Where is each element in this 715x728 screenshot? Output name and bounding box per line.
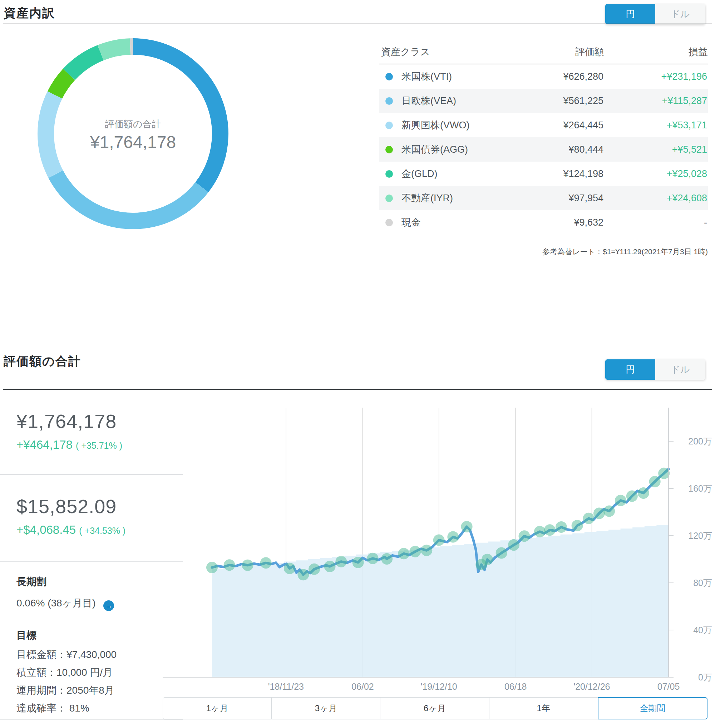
asset-color-dot-icon: [385, 219, 393, 227]
gain-pct-usd: ( +34.53% ): [79, 526, 125, 536]
choki-value: 0.06% (38ヶ月目): [17, 598, 96, 609]
asset-name: 現金: [401, 216, 421, 229]
table-row: 日欧株(VEA)¥561,225+¥115,287: [379, 89, 708, 113]
yen-toggle-button-2[interactable]: 円: [605, 359, 655, 380]
deposit-dot: [519, 530, 530, 542]
deposit-dot: [649, 476, 661, 487]
exchange-rate-note: 参考為替レート：$1=¥111.29(2021年7月3日 1時): [379, 247, 708, 257]
donut-center-value: ¥1,764,178: [90, 133, 176, 152]
asset-gain-cell: +¥53,171: [603, 120, 707, 131]
deposit-dot: [309, 563, 320, 575]
asset-value-cell: ¥561,225: [486, 95, 603, 107]
table-row: 米国株(VTI)¥626,280+¥231,196: [379, 64, 708, 89]
period-button-1ヶ月[interactable]: 1ヶ月: [163, 697, 272, 719]
asset-allocation-donut-chart: 評価額の合計 ¥1,764,178: [36, 37, 229, 230]
x-tick-label: '20/12/26: [573, 681, 610, 692]
header-gain: 損益: [604, 45, 708, 58]
goal-monthly-deposit: 積立額：10,000 円/月: [17, 666, 113, 680]
dashboard-page: 資産内訳 円 ドル 評価額の合計 ¥1,764,178 資産クラス 評価額 損益…: [0, 0, 715, 728]
deposit-dot: [433, 535, 445, 546]
period-button-6ヶ月[interactable]: 6ヶ月: [380, 697, 489, 719]
asset-name: 新興国株(VWO): [401, 119, 469, 131]
asset-label-cell: 現金: [379, 216, 486, 229]
deposit-dot: [603, 505, 615, 517]
deposit-dot: [447, 531, 459, 543]
asset-label-cell: 米国債券(AGG): [379, 143, 486, 156]
deposit-dot: [353, 557, 364, 568]
deposit-dot: [284, 563, 295, 574]
deposit-dot: [297, 569, 309, 580]
portfolio-value-chart: 0万40万80万120万160万200万'18/11/2306/02'19/12…: [157, 395, 715, 692]
goal-title: 目標: [17, 628, 36, 642]
deposit-dot: [409, 546, 421, 557]
deposit-dot: [206, 562, 218, 573]
period-button-3ヶ月[interactable]: 3ヶ月: [272, 697, 380, 719]
deposit-dot: [335, 556, 347, 568]
asset-gain-cell: +¥24,608: [603, 193, 707, 204]
deposit-dot: [658, 468, 670, 479]
deposit-dot: [544, 524, 555, 536]
period-button-1年[interactable]: 1年: [489, 697, 598, 719]
panel-divider-2: [0, 561, 183, 562]
y-tick-label: 40万: [693, 625, 712, 635]
table-row: 現金¥9,632-: [379, 210, 708, 234]
gain-amount-yen: +¥464,178: [17, 438, 72, 451]
asset-label-cell: 日欧株(VEA): [379, 94, 486, 107]
deposit-dot: [224, 559, 235, 571]
x-tick-label: '19/12/10: [421, 681, 457, 692]
dollar-toggle-button-2[interactable]: ドル: [655, 359, 705, 380]
y-tick-label: 160万: [688, 483, 712, 494]
total-gain-usd: +$4,068.45 ( +34.53% ): [17, 523, 125, 537]
asset-value-cell: ¥124,198: [486, 168, 603, 180]
asset-gain-cell: +¥5,521: [603, 144, 707, 155]
goal-probability: 達成確率： 81%: [17, 702, 89, 715]
header-valuation: 評価額: [486, 45, 604, 58]
deposit-dot: [615, 495, 626, 506]
y-tick-label: 200万: [688, 436, 712, 446]
panel-divider-3: [0, 719, 183, 720]
table-row: 米国債券(AGG)¥80,444+¥5,521: [379, 137, 708, 162]
asset-color-dot-icon: [385, 146, 393, 153]
deposit-dot: [242, 560, 253, 571]
y-tick-label: 0万: [698, 672, 712, 682]
dollar-toggle-button[interactable]: ドル: [655, 4, 705, 24]
period-button-active[interactable]: 全期間: [598, 697, 707, 719]
choki-value-row: 0.06% (38ヶ月目) →: [17, 597, 114, 611]
asset-label-cell: 不動産(IYR): [379, 192, 486, 204]
asset-value-cell: ¥9,632: [486, 217, 603, 228]
deposit-dot: [626, 491, 638, 502]
deposit-dot: [260, 557, 272, 568]
deposit-dot: [638, 487, 649, 499]
total-value-usd: $15,852.09: [17, 495, 116, 517]
asset-name: 金(GLD): [401, 167, 437, 180]
deposit-dot: [583, 513, 594, 524]
asset-name: 日欧株(VEA): [401, 94, 456, 107]
asset-name: 米国株(VTI): [401, 70, 452, 83]
asset-color-dot-icon: [385, 97, 393, 105]
y-tick-label: 80万: [693, 578, 712, 588]
asset-table: 資産クラス 評価額 損益 米国株(VTI)¥626,280+¥231,196日欧…: [379, 40, 708, 234]
asset-value-cell: ¥626,280: [486, 71, 603, 82]
deposit-dot: [534, 526, 546, 538]
asset-color-dot-icon: [385, 170, 393, 178]
arrow-right-icon[interactable]: →: [103, 600, 114, 611]
currency-toggle-total: 円 ドル: [605, 359, 705, 380]
asset-value-cell: ¥97,954: [486, 193, 603, 204]
asset-gain-cell: +¥25,028: [603, 168, 707, 180]
principal-area: [212, 524, 668, 677]
period-selector: 1ヶ月3ヶ月6ヶ月1年全期間: [163, 697, 707, 719]
yen-toggle-button[interactable]: 円: [605, 4, 655, 24]
x-tick-label: 06/18: [504, 681, 527, 692]
x-tick-label: 06/02: [351, 681, 374, 692]
deposit-dot: [481, 554, 493, 565]
x-tick-label: '18/11/23: [268, 681, 304, 692]
goal-target-amount: 目標金額：¥7,430,000: [17, 648, 116, 662]
total-gain-yen: +¥464,178 ( +35.71% ): [17, 438, 122, 452]
asset-value-cell: ¥80,444: [486, 144, 603, 155]
section-divider: [3, 24, 712, 24]
deposit-dot: [324, 561, 336, 572]
deposit-dot: [572, 520, 583, 531]
asset-gain-cell: +¥115,287: [603, 95, 707, 107]
table-row: 新興国株(VWO)¥264,445+¥53,171: [379, 113, 708, 137]
table-row: 不動産(IYR)¥97,954+¥24,608: [379, 186, 708, 210]
